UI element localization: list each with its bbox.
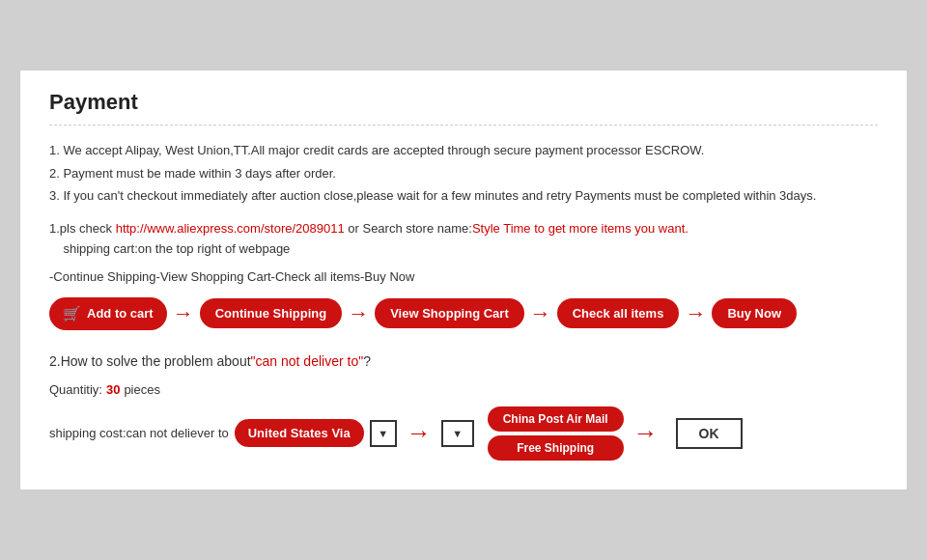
buy-now-button[interactable]: Buy Now	[712, 298, 797, 328]
store-name-red: Style Time to get more items you want.	[472, 221, 688, 236]
country-dropdown[interactable]: ▼	[370, 420, 397, 447]
shipping-row: shipping cost:can not deliever to United…	[49, 406, 878, 461]
payment-rules: 1. We accept Alipay, West Union,TT.All m…	[49, 139, 878, 207]
check-all-items-button[interactable]: Check all items	[557, 298, 680, 328]
arrow-2: →	[348, 301, 369, 326]
section-title: Payment	[49, 90, 878, 126]
arrow-black-1: →	[407, 418, 432, 448]
page-container: Payment 1. We accept Alipay, West Union,…	[19, 70, 908, 490]
ok-button[interactable]: OK	[676, 418, 743, 449]
continue-shipping-button[interactable]: Continue Shipping	[200, 298, 343, 328]
free-shipping-button[interactable]: Free Shipping	[488, 435, 624, 461]
rule-2: 2. Payment must be made within 3 days af…	[49, 162, 878, 184]
check-more-middle: or Search store name:	[345, 221, 472, 236]
rule-1: 1. We accept Alipay, West Union,TT.All m…	[49, 139, 878, 161]
shipping-options: China Post Air Mail Free Shipping	[488, 406, 624, 461]
arrow-4: →	[685, 301, 706, 326]
check-more-section: 1.pls check http://www.aliexpress.com/st…	[49, 221, 878, 236]
quantity-number: 30	[106, 382, 120, 397]
flow-text: -Continue Shipping-View Shopping Cart-Ch…	[49, 269, 878, 284]
cart-instruction: shipping cart:on the top right of webpag…	[49, 241, 878, 256]
view-shopping-cart-button[interactable]: View Shopping Cart	[375, 298, 524, 328]
arrow-3: →	[530, 301, 551, 326]
section2-title: 2.How to solve the problem about"can not…	[49, 353, 878, 369]
cannot-deliver-red: "can not deliver to"	[251, 353, 364, 369]
rule-3: 3. If you can't checkout immediately aft…	[49, 184, 878, 207]
shipping-label: shipping cost:can not deliever to	[49, 426, 229, 440]
cart-icon: 🛒	[63, 305, 81, 322]
arrow-black-2: →	[633, 418, 659, 448]
quantity-row: Quantitiy: 30 pieces	[49, 382, 878, 397]
shipping-method-dropdown[interactable]: ▼	[441, 420, 474, 447]
store-link[interactable]: http://www.aliexpress.com/store/2089011	[116, 221, 345, 236]
check-more-prefix: 1.pls check	[49, 221, 116, 236]
add-to-cart-button[interactable]: 🛒 Add to cart	[49, 297, 167, 330]
arrow-1: →	[173, 301, 194, 326]
china-post-button[interactable]: China Post Air Mail	[488, 406, 624, 432]
country-button[interactable]: United States Via	[235, 419, 364, 447]
flow-row: 🛒 Add to cart → Continue Shipping → View…	[49, 297, 878, 330]
